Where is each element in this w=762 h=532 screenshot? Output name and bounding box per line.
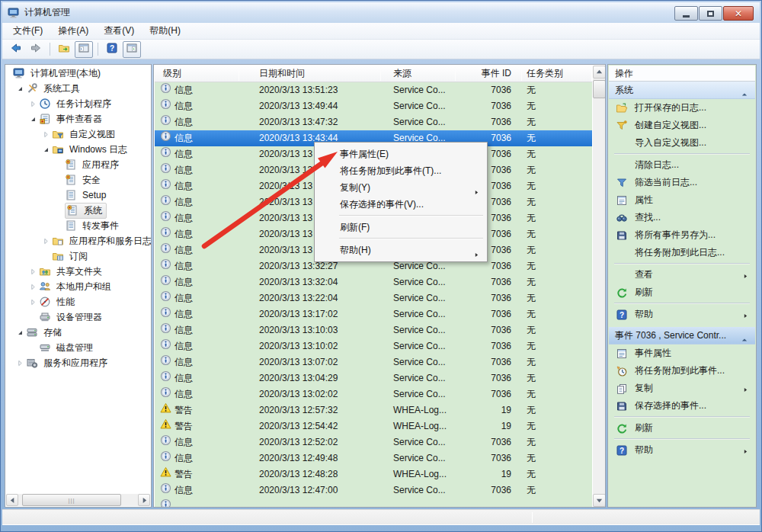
column-separator[interactable] — [591, 67, 592, 81]
column-separator[interactable] — [521, 67, 522, 81]
close-button[interactable]: ✕ — [723, 6, 754, 21]
tree-item-[interactable]: 转发事件 — [6, 218, 151, 233]
scroll-right-arrow[interactable] — [138, 494, 150, 506]
table-row[interactable]: 信息2020/3/13 13:51:23Service Co...7036无 — [155, 82, 592, 98]
table-row[interactable]: 信息2020/3/13 13:10:03Service Co...7036无 — [155, 322, 592, 338]
expander-open-icon[interactable] — [40, 143, 52, 155]
tree-item-[interactable]: 存储 — [6, 325, 151, 340]
context-menu-item[interactable]: 复制(Y) — [316, 179, 485, 196]
expander-closed-icon[interactable] — [27, 98, 39, 110]
expander-open-icon[interactable] — [14, 82, 26, 95]
column-header-3[interactable]: 事件 ID — [455, 66, 511, 82]
action-item[interactable]: 查找... — [609, 209, 755, 226]
column-header-0[interactable]: 级别 — [163, 66, 181, 82]
action-item[interactable]: 保存选择的事件... — [609, 397, 755, 415]
tree-item-[interactable]: 计算机管理(本地) — [6, 66, 151, 81]
table-row[interactable]: 警告2020/3/13 12:48:28WHEA-Log...19无 — [155, 466, 592, 482]
action-item[interactable]: ?帮助 — [609, 441, 755, 459]
column-separator[interactable] — [455, 67, 456, 81]
action-item[interactable]: 导入自定义视图... — [609, 134, 755, 152]
table-row[interactable]: 信息2020/3/13 13:32:04Service Co...7036无 — [155, 274, 592, 290]
context-menu-item[interactable]: 帮助(H) — [316, 242, 485, 258]
expander-closed-icon[interactable] — [27, 265, 39, 277]
action-item[interactable]: 属性 — [609, 191, 755, 209]
action-pane-button[interactable] — [123, 41, 141, 58]
scroll-up-arrow[interactable] — [593, 66, 606, 79]
context-menu-item[interactable]: 将任务附加到此事件(T)... — [316, 162, 485, 179]
action-item[interactable]: 将任务附加到此事件... — [609, 362, 755, 380]
table-row[interactable]: 警告2020/3/13 12:54:42WHEA-Log...19无 — [155, 418, 592, 434]
tree-item-[interactable]: 本地用户和组 — [6, 279, 151, 294]
forward-button[interactable] — [27, 41, 45, 58]
expander-open-icon[interactable] — [14, 326, 26, 338]
tree-horizontal-scrollbar[interactable]: ||| — [6, 494, 150, 506]
expander-closed-icon[interactable] — [27, 280, 39, 293]
tree-item-[interactable]: 性能 — [6, 294, 151, 309]
action-item[interactable]: 查看 — [609, 266, 755, 284]
tree-item-[interactable]: 订阅 — [6, 248, 151, 264]
tree-item-[interactable]: 服务和应用程序 — [6, 355, 151, 370]
table-row[interactable]: 信息2020/3/13 13:02:02Service Co...7036无 — [155, 386, 592, 402]
expander-closed-icon[interactable] — [40, 235, 52, 247]
action-item[interactable]: ?帮助 — [609, 306, 755, 323]
context-menu-item[interactable]: 事件属性(E) — [316, 146, 485, 162]
table-row[interactable]: 信息2020/3/13 13:22:04Service Co...7036无 — [155, 290, 592, 306]
tree-item-setup[interactable]: Setup — [6, 187, 151, 203]
table-row[interactable]: 信息2020/3/13 12:49:48Service Co...7036无 — [155, 450, 592, 466]
column-header-1[interactable]: 日期和时间 — [259, 66, 305, 82]
expander-open-icon[interactable] — [27, 113, 39, 125]
scroll-thumb[interactable]: ||| — [22, 494, 121, 506]
table-row[interactable]: 信息2020/3/13 13:10:02Service Co...7036无 — [155, 338, 592, 354]
tree-item-[interactable]: 自定义视图 — [6, 127, 151, 142]
tree-item-[interactable]: 安全 — [6, 172, 151, 187]
tree-item-[interactable]: 磁盘管理 — [6, 340, 151, 355]
tree-item-[interactable]: 应用程序 — [6, 157, 151, 172]
minimize-button[interactable] — [674, 6, 698, 21]
action-item[interactable]: 将所有事件另存为... — [609, 226, 755, 244]
action-item[interactable]: 刷新 — [609, 284, 755, 301]
action-item[interactable]: 将任务附加到此日志... — [609, 244, 755, 261]
console-tree-button[interactable] — [75, 41, 93, 58]
action-item[interactable]: 事件属性 — [609, 345, 755, 362]
table-row[interactable]: 信息2020/3/13 13:04:29Service Co...7036无 — [155, 370, 592, 386]
context-menu-item[interactable]: 刷新(F) — [316, 219, 485, 236]
action-item[interactable]: 复制 — [609, 380, 755, 397]
column-separator[interactable] — [239, 67, 239, 81]
tree-item-[interactable]: 系统 — [6, 203, 151, 218]
expander-closed-icon[interactable] — [27, 296, 39, 308]
table-row[interactable]: 信息2020/3/13 12:52:02Service Co...7036无 — [155, 434, 592, 450]
action-item[interactable]: 打开保存的日志... — [609, 99, 755, 117]
maximize-button[interactable] — [699, 6, 722, 21]
action-item[interactable]: 筛选当前日志... — [609, 174, 755, 191]
expander-closed-icon[interactable] — [40, 128, 52, 140]
export-button[interactable] — [55, 41, 73, 58]
tree-item-[interactable]: 系统工具 — [6, 81, 151, 96]
menu-item-0[interactable]: 文件(F) — [5, 23, 50, 39]
action-item[interactable]: 清除日志... — [609, 156, 755, 174]
tree-item-[interactable]: 共享文件夹 — [6, 264, 151, 279]
tree-item-[interactable]: 事件查看器 — [6, 111, 151, 127]
scroll-thumb[interactable] — [593, 80, 606, 98]
help-button[interactable]: ? — [103, 41, 121, 58]
table-row[interactable]: 信息2020/3/13 13:47:32Service Co...7036无 — [155, 114, 592, 130]
vertical-scrollbar[interactable] — [593, 66, 606, 508]
context-menu-item[interactable]: 保存选择的事件(V)... — [316, 196, 485, 213]
tree-item-[interactable]: 任务计划程序 — [6, 96, 151, 111]
action-item[interactable]: 刷新 — [609, 419, 755, 437]
menu-item-2[interactable]: 查看(V) — [96, 23, 142, 39]
menu-item-3[interactable]: 帮助(H) — [142, 23, 188, 39]
table-row[interactable]: 警告2020/3/13 12:57:32WHEA-Log...19无 — [155, 402, 592, 418]
scroll-left-arrow[interactable] — [6, 494, 18, 506]
column-separator[interactable] — [380, 67, 381, 81]
column-header-2[interactable]: 来源 — [393, 66, 411, 82]
table-row[interactable]: 信息2020/3/13 13:49:44Service Co...7036无 — [155, 98, 592, 114]
scroll-down-arrow[interactable] — [593, 494, 606, 507]
expander-closed-icon[interactable] — [14, 357, 26, 369]
action-item[interactable]: 创建自定义视图... — [609, 117, 755, 134]
table-row[interactable] — [155, 498, 592, 508]
table-row[interactable]: 信息2020/3/13 12:47:00Service Co...7036无 — [155, 482, 592, 498]
action-section-header-1[interactable]: 事件 7036 , Service Contr... — [609, 327, 755, 345]
tree-item-windows[interactable]: Windows 日志 — [6, 142, 151, 157]
table-row[interactable]: 信息2020/3/13 13:17:02Service Co...7036无 — [155, 306, 592, 322]
menu-item-1[interactable]: 操作(A) — [50, 23, 96, 39]
